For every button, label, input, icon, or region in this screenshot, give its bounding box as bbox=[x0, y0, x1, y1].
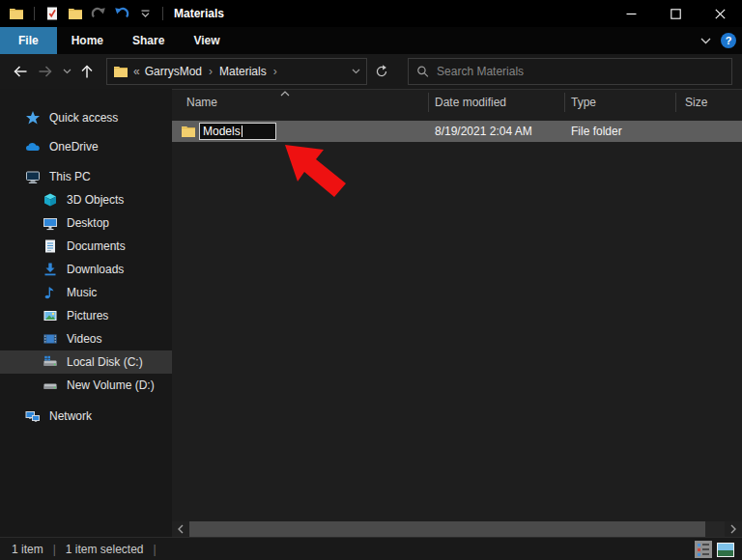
cloud-icon bbox=[25, 139, 41, 154]
tab-share[interactable]: Share bbox=[118, 27, 179, 54]
horizontal-scrollbar[interactable] bbox=[172, 521, 742, 537]
address-breadcrumb-box[interactable]: « GarrysMod › Materials › bbox=[106, 58, 367, 85]
sidebar-item-documents[interactable]: Documents bbox=[0, 235, 172, 258]
undo-icon bbox=[114, 6, 129, 21]
music-note-icon bbox=[43, 285, 58, 300]
qat-customize-icon bbox=[141, 10, 150, 17]
download-arrow-icon bbox=[43, 262, 58, 277]
search-input[interactable] bbox=[437, 65, 724, 78]
breadcrumb-overflow[interactable]: « bbox=[133, 65, 140, 78]
item-count: 1 item bbox=[12, 543, 43, 556]
file-row-type-cell: File folder bbox=[564, 125, 675, 138]
tab-home[interactable]: Home bbox=[57, 27, 118, 54]
file-row-date-cell: 8/19/2021 2:04 AM bbox=[428, 125, 564, 138]
close-button[interactable] bbox=[698, 0, 742, 27]
desktop-icon bbox=[43, 215, 58, 231]
star-icon bbox=[25, 110, 41, 126]
arrow-up-icon bbox=[80, 64, 94, 79]
scrollbar-track[interactable] bbox=[705, 521, 725, 537]
document-icon bbox=[43, 238, 58, 254]
qat-new-folder-button[interactable] bbox=[67, 5, 84, 22]
file-list-pane: Name Date modified Type Size Models 8/19… bbox=[172, 89, 742, 537]
breadcrumb-folder-icon bbox=[113, 64, 128, 79]
arrow-right-icon bbox=[38, 65, 53, 78]
app-folder-icon bbox=[8, 5, 25, 22]
window-controls bbox=[609, 0, 742, 27]
qat-properties-button[interactable] bbox=[43, 5, 61, 22]
sidebar-item-videos[interactable]: Videos bbox=[0, 327, 172, 350]
chevron-right-icon bbox=[730, 524, 736, 534]
column-header-name[interactable]: Name bbox=[172, 90, 428, 115]
search-icon bbox=[416, 65, 429, 78]
sidebar-item-quick-access[interactable]: Quick access bbox=[0, 106, 172, 129]
sidebar-item-network[interactable]: Network bbox=[0, 405, 172, 428]
help-button[interactable]: ? bbox=[721, 33, 736, 48]
sidebar-item-pictures[interactable]: Pictures bbox=[0, 304, 172, 327]
quick-access-toolbar bbox=[0, 5, 166, 22]
column-header-type[interactable]: Type bbox=[564, 90, 675, 115]
back-button[interactable] bbox=[8, 58, 33, 85]
thumbnail-view-icon bbox=[718, 544, 733, 556]
chevron-down-icon bbox=[700, 38, 711, 44]
column-header-size[interactable]: Size bbox=[675, 90, 742, 115]
column-header-date-modified[interactable]: Date modified bbox=[428, 90, 564, 115]
qat-redo-button[interactable] bbox=[90, 5, 107, 22]
new-folder-icon bbox=[68, 6, 83, 21]
qat-customize-button[interactable] bbox=[136, 5, 154, 22]
breadcrumb-separator: › bbox=[207, 65, 214, 78]
film-icon bbox=[43, 331, 58, 347]
tab-view[interactable]: View bbox=[179, 27, 234, 54]
tab-file[interactable]: File bbox=[0, 27, 57, 54]
scrollbar-thumb[interactable] bbox=[189, 521, 705, 537]
breadcrumb-segment-garrysmod[interactable]: GarrysMod bbox=[145, 65, 202, 78]
chevron-down-icon bbox=[352, 69, 360, 74]
search-box[interactable] bbox=[408, 58, 732, 85]
address-bar: « GarrysMod › Materials › bbox=[0, 54, 742, 89]
refresh-button[interactable] bbox=[367, 58, 396, 85]
scroll-right-button[interactable] bbox=[725, 521, 742, 537]
thumbnail-view-button[interactable] bbox=[717, 543, 734, 557]
cube-icon bbox=[43, 192, 58, 208]
chevron-left-icon bbox=[178, 524, 184, 534]
maximize-button[interactable] bbox=[653, 0, 698, 27]
redo-icon bbox=[91, 6, 106, 21]
maximize-icon bbox=[671, 9, 681, 19]
chevron-down-icon bbox=[63, 69, 71, 74]
details-view-button[interactable] bbox=[695, 541, 712, 558]
sidebar-item-3d-objects[interactable]: 3D Objects bbox=[0, 188, 172, 211]
view-toggle-buttons bbox=[695, 541, 734, 558]
sidebar-item-local-disk-c[interactable]: Local Disk (C:) bbox=[0, 350, 172, 374]
sidebar-item-this-pc[interactable]: This PC bbox=[0, 165, 172, 188]
scroll-left-button[interactable] bbox=[172, 521, 189, 537]
ribbon-tabs: File Home Share View ? bbox=[0, 27, 742, 54]
close-icon bbox=[715, 9, 726, 19]
up-button[interactable] bbox=[75, 58, 99, 85]
titlebar: Materials bbox=[0, 0, 742, 27]
picture-icon bbox=[43, 308, 58, 323]
breadcrumb-segment-materials[interactable]: Materials bbox=[219, 65, 267, 78]
ribbon-expand-button[interactable] bbox=[700, 34, 711, 47]
properties-check-icon bbox=[44, 6, 60, 21]
window-title: Materials bbox=[174, 7, 224, 20]
titlebar-separator bbox=[34, 7, 35, 20]
qat-undo-button[interactable] bbox=[113, 5, 130, 22]
column-headers: Name Date modified Type Size bbox=[172, 90, 742, 115]
minimize-button[interactable] bbox=[609, 0, 653, 27]
folder-icon bbox=[181, 124, 196, 139]
refresh-icon bbox=[375, 65, 388, 78]
sidebar-item-downloads[interactable]: Downloads bbox=[0, 258, 172, 281]
address-dropdown-button[interactable] bbox=[352, 69, 360, 74]
arrow-left-icon bbox=[13, 65, 28, 78]
sidebar-item-new-volume-d[interactable]: New Volume (D:) bbox=[0, 374, 172, 397]
computer-icon bbox=[25, 169, 41, 184]
forward-button[interactable] bbox=[33, 58, 58, 85]
status-separator: | bbox=[154, 543, 157, 556]
annotation-arrow bbox=[237, 131, 348, 199]
sidebar-item-desktop[interactable]: Desktop bbox=[0, 211, 172, 235]
status-bar: 1 item | 1 item selected | bbox=[0, 537, 742, 560]
sidebar-item-music[interactable]: Music bbox=[0, 281, 172, 304]
recent-locations-button[interactable] bbox=[58, 58, 75, 85]
drive-icon bbox=[43, 378, 58, 393]
network-icon bbox=[25, 408, 41, 424]
sidebar-item-onedrive[interactable]: OneDrive bbox=[0, 135, 172, 158]
